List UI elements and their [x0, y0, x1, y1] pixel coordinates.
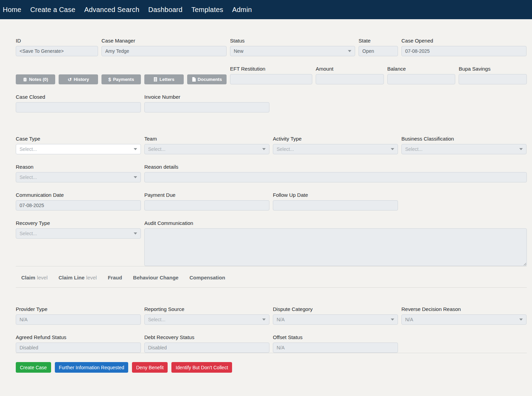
field-case-manager: Case Manager [101, 38, 227, 56]
payment-due-input[interactable] [144, 200, 269, 211]
tab-fraud[interactable]: Fraud [108, 275, 122, 280]
case-manager-label: Case Manager [101, 38, 227, 44]
field-debt-recovery-status: Debt Recovery Status [144, 334, 269, 353]
field-reason-details: Reason details [144, 164, 527, 182]
documents-button[interactable]: Documents [187, 74, 227, 84]
dispute-category-select[interactable]: N/A [273, 314, 398, 325]
field-follow-up-date: Follow Up Date [273, 192, 398, 211]
team-select[interactable]: Select... [144, 144, 269, 154]
letters-button[interactable]: Letters [144, 74, 184, 84]
field-status: Status New [230, 38, 355, 56]
reporting-source-label: Reporting Source [144, 306, 269, 312]
field-eft-restitution: EFT Restitution [230, 66, 312, 84]
field-reason: Reason Select... [16, 164, 141, 182]
field-state: State [359, 38, 398, 56]
case-opened-input[interactable] [401, 46, 527, 56]
recovery-type-select[interactable]: Select... [16, 228, 141, 239]
business-classification-select[interactable]: Select... [401, 144, 527, 154]
nav-create-a-case[interactable]: Create a Case [30, 6, 75, 14]
reason-select-placeholder: Select... [20, 175, 37, 180]
divider-below-tabs [16, 287, 527, 288]
row-closed-invoice: Case Closed Invoice Number [16, 94, 527, 112]
invoice-number-label: Invoice Number [144, 94, 269, 100]
top-navbar: Home Create a Case Advanced Search Dashb… [0, 0, 532, 19]
reporting-source-select[interactable]: Select... [144, 314, 269, 325]
divider-above-actions [16, 353, 527, 353]
field-case-type: Case Type Select... [16, 136, 141, 154]
provider-type-label: Provider Type [16, 306, 141, 312]
nav-home[interactable]: Home [3, 6, 21, 14]
case-toolbar: Notes (0) ↺ History $ Payments Letters [16, 74, 227, 84]
status-select[interactable]: New [230, 46, 355, 56]
debt-recovery-status-input[interactable] [144, 343, 269, 353]
audit-communication-textarea[interactable] [144, 228, 527, 266]
field-amount: Amount [316, 66, 384, 84]
payments-button-label: Payments [113, 77, 134, 82]
offset-status-input[interactable] [273, 343, 398, 353]
invoice-number-input[interactable] [144, 102, 269, 112]
case-form: ID Case Manager Status New State Case Op… [0, 19, 532, 377]
agreed-refund-status-label: Agreed Refund Status [16, 334, 141, 340]
notes-button-label: Notes (0) [29, 77, 48, 82]
case-manager-input[interactable] [101, 46, 227, 56]
communication-date-input[interactable] [16, 200, 141, 211]
field-id: ID [16, 38, 98, 56]
business-classification-select-placeholder: Select... [405, 146, 423, 152]
tab-claim-level[interactable]: Claim level [21, 275, 48, 280]
tab-behaviour-change[interactable]: Behaviour Change [133, 275, 179, 280]
case-opened-label: Case Opened [401, 38, 527, 44]
dispute-category-label: Dispute Category [273, 306, 398, 312]
field-business-classification: Business Classification Select... [401, 136, 527, 154]
status-select-value: New [234, 48, 243, 54]
dollar-icon: $ [108, 77, 111, 82]
row-classification: Case Type Select... Team Select... Activ… [16, 136, 527, 154]
follow-up-date-input[interactable] [273, 200, 398, 211]
debt-recovery-status-label: Debt Recovery Status [144, 334, 269, 340]
bupa-savings-input[interactable] [459, 74, 527, 84]
balance-input[interactable] [387, 74, 456, 84]
file-icon [192, 77, 196, 82]
tab-compensation[interactable]: Compensation [190, 275, 225, 280]
field-case-closed: Case Closed [16, 94, 141, 112]
chevron-down-icon [262, 319, 266, 321]
reverse-decision-reason-select[interactable]: N/A [401, 314, 527, 325]
reason-details-input[interactable] [144, 172, 527, 182]
agreed-refund-status-input[interactable] [16, 343, 141, 353]
eft-restitution-input[interactable] [230, 74, 312, 84]
amount-input[interactable] [316, 74, 384, 84]
nav-templates[interactable]: Templates [191, 6, 223, 14]
receipt-icon [154, 77, 157, 82]
chevron-down-icon [391, 319, 394, 321]
id-input[interactable] [16, 46, 98, 56]
nav-advanced-search[interactable]: Advanced Search [84, 6, 140, 14]
create-case-button[interactable]: Create Case [16, 362, 51, 373]
case-closed-input[interactable] [16, 102, 141, 112]
case-type-select[interactable]: Select... [16, 144, 141, 154]
field-reporting-source: Reporting Source Select... [144, 306, 269, 325]
nav-dashboard[interactable]: Dashboard [148, 6, 183, 14]
bupa-savings-label: Bupa Savings [459, 66, 527, 72]
eft-restitution-label: EFT Restitution [230, 66, 312, 72]
history-button-label: History [74, 77, 89, 82]
offset-status-label: Offset Status [273, 334, 398, 340]
further-information-requested-button[interactable]: Further Information Requested [55, 362, 129, 373]
field-activity-type: Activity Type Select... [273, 136, 398, 154]
reverse-decision-reason-select-value: N/A [405, 317, 413, 322]
reverse-decision-reason-label: Reverse Decision Reason [401, 306, 527, 312]
provider-type-input[interactable] [16, 314, 141, 325]
reason-select[interactable]: Select... [16, 172, 141, 182]
payments-button[interactable]: $ Payments [101, 74, 141, 84]
activity-type-label: Activity Type [273, 136, 398, 142]
team-select-placeholder: Select... [148, 146, 166, 152]
payment-due-label: Payment Due [144, 192, 269, 198]
identify-but-dont-collect-button[interactable]: Identify But Don't Collect [171, 362, 232, 373]
field-recovery-type: Recovery Type Select... [16, 220, 141, 239]
tab-claim-line-level-rest: level [86, 275, 97, 280]
history-button[interactable]: ↺ History [59, 74, 98, 84]
nav-admin[interactable]: Admin [232, 6, 252, 14]
state-input[interactable] [359, 46, 398, 56]
deny-benefit-button[interactable]: Deny Benefit [132, 362, 168, 373]
tab-claim-line-level[interactable]: Claim Line level [59, 275, 97, 280]
notes-button[interactable]: Notes (0) [16, 74, 55, 84]
activity-type-select[interactable]: Select... [273, 144, 398, 154]
